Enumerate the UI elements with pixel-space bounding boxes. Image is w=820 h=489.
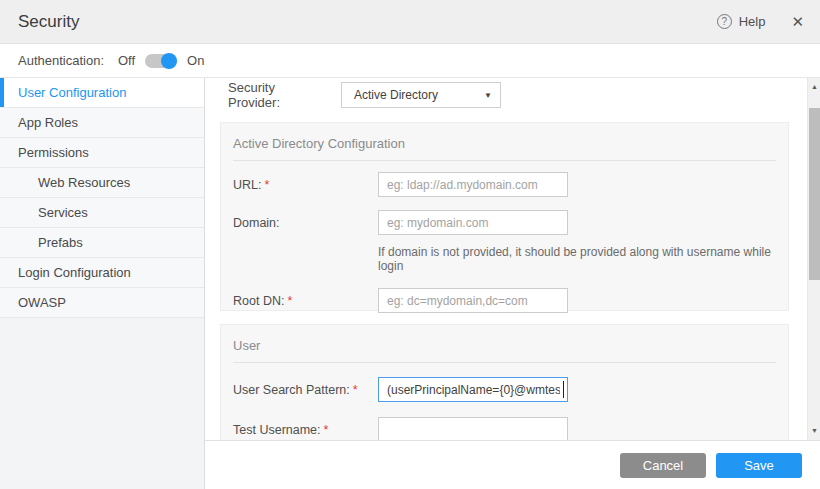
test-username-input[interactable] xyxy=(378,417,568,440)
vertical-scrollbar[interactable]: ▲ ▼ xyxy=(807,78,820,440)
active-directory-panel-title: Active Directory Configuration xyxy=(233,123,776,161)
domain-input[interactable] xyxy=(378,210,568,235)
scrollbar-thumb[interactable] xyxy=(809,108,820,280)
save-button[interactable]: Save xyxy=(716,453,802,478)
security-provider-select[interactable]: Active Directory ▼ xyxy=(341,82,501,108)
help-label[interactable]: Help xyxy=(739,14,766,29)
toggle-on-label: On xyxy=(187,53,204,68)
authentication-toggle[interactable] xyxy=(145,53,177,69)
url-field-row: URL:* xyxy=(221,161,788,199)
sidebar-item-app-roles[interactable]: App Roles xyxy=(0,108,204,138)
root-dn-label: Root DN:* xyxy=(233,288,378,308)
help-button[interactable]: ? Help xyxy=(717,14,766,29)
toggle-knob[interactable] xyxy=(161,53,177,69)
required-mark: * xyxy=(353,383,358,397)
authentication-label: Authentication: xyxy=(18,53,118,68)
user-search-pattern-input[interactable] xyxy=(378,377,568,402)
user-panel-title: User xyxy=(233,325,776,363)
authentication-row: Authentication: Off On xyxy=(0,44,820,78)
chevron-down-icon: ▼ xyxy=(484,91,492,100)
sidebar-item-login-configuration[interactable]: Login Configuration xyxy=(0,258,204,288)
scroll-up-icon[interactable]: ▲ xyxy=(808,80,820,94)
sidebar-item-owasp[interactable]: OWASP xyxy=(0,288,204,318)
text-cursor xyxy=(563,381,564,398)
user-search-pattern-row: User Search Pattern:* xyxy=(221,363,788,404)
security-dialog: Security ? Help ✕ Authentication: Off On… xyxy=(0,0,820,489)
sidebar-item-web-resources[interactable]: Web Resources xyxy=(0,168,204,198)
sidebar-item-permissions[interactable]: Permissions xyxy=(0,138,204,168)
root-dn-field-row: Root DN:* xyxy=(221,273,788,315)
required-mark: * xyxy=(324,423,329,437)
security-provider-value: Active Directory xyxy=(354,88,484,102)
scroll-down-icon[interactable]: ▼ xyxy=(808,424,820,438)
required-mark: * xyxy=(264,178,269,192)
sidebar-item-prefabs[interactable]: Prefabs xyxy=(0,228,204,258)
close-icon[interactable]: ✕ xyxy=(791,14,804,29)
domain-field-row: Domain: xyxy=(221,199,788,237)
dialog-body: User Configuration App Roles Permissions… xyxy=(0,78,820,489)
dialog-header: Security ? Help ✕ xyxy=(0,0,820,44)
sidebar-item-user-configuration[interactable]: User Configuration xyxy=(0,78,204,108)
domain-hint: If domain is not provided, it should be … xyxy=(221,237,788,273)
url-label: URL:* xyxy=(233,172,378,192)
test-username-label: Test Username:* xyxy=(233,417,378,437)
url-input[interactable] xyxy=(378,172,568,197)
domain-label: Domain: xyxy=(233,210,378,230)
security-provider-label: Security Provider: xyxy=(228,80,318,110)
security-provider-row: Security Provider: Active Directory ▼ xyxy=(228,80,807,110)
footer-bar: Cancel Save xyxy=(205,440,820,489)
user-search-pattern-label: User Search Pattern:* xyxy=(233,377,378,397)
page-title: Security xyxy=(18,12,717,32)
sidebar: User Configuration App Roles Permissions… xyxy=(0,78,205,489)
sidebar-item-services[interactable]: Services xyxy=(0,198,204,228)
scroll-area: Security Provider: Active Directory ▼ Ac… xyxy=(205,78,807,440)
user-panel: User User Search Pattern:* Test Username… xyxy=(220,324,789,440)
root-dn-input[interactable] xyxy=(378,288,568,313)
active-directory-panel: Active Directory Configuration URL:* Dom… xyxy=(220,122,789,311)
required-mark: * xyxy=(287,294,292,308)
help-icon[interactable]: ? xyxy=(717,14,732,29)
toggle-off-label: Off xyxy=(118,53,135,68)
cancel-button[interactable]: Cancel xyxy=(620,453,706,478)
main-content: Security Provider: Active Directory ▼ Ac… xyxy=(205,78,820,489)
test-username-row: Test Username:* xyxy=(221,404,788,440)
